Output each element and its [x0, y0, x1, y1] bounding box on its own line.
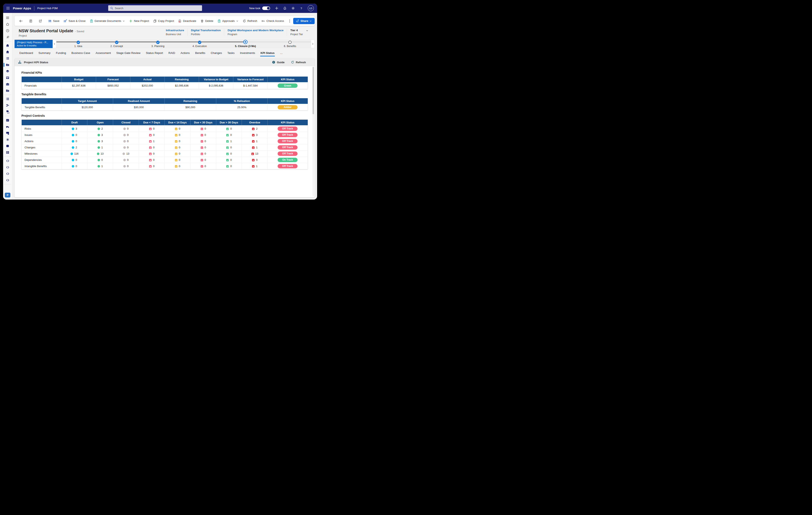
process-stage-1[interactable]: 1. Idea — [74, 40, 82, 48]
cell-value: 0 — [179, 127, 180, 130]
table-row[interactable]: Intangible Benefits01000001Off Track — [22, 163, 308, 169]
nav-sync-4[interactable] — [3, 177, 12, 183]
scrollbar[interactable] — [313, 67, 314, 196]
data-cell: 0 — [62, 132, 87, 138]
form-icon — [29, 19, 32, 23]
nav-portfolios[interactable] — [3, 55, 12, 62]
nav-area-overview[interactable] — [3, 49, 12, 55]
waffle-menu-icon[interactable] — [6, 7, 9, 10]
nav-recent[interactable] — [3, 27, 12, 34]
nav-resources[interactable] — [3, 124, 12, 130]
guide-button[interactable]: Guide — [272, 60, 285, 64]
cell-value: 0 — [76, 165, 77, 168]
tab-summary[interactable]: Summary — [36, 49, 53, 57]
tab-stage-gate-review[interactable]: Stage Gate Review — [114, 49, 143, 57]
nav-tasks[interactable] — [3, 96, 12, 102]
app-name[interactable]: Project Hub P3M — [37, 7, 58, 10]
tab-business-case[interactable]: Business Case — [69, 49, 93, 57]
share-button[interactable]: Share — [293, 18, 315, 24]
approvals-button[interactable]: Approvals — [215, 18, 240, 24]
process-stage-3[interactable]: 3. Planning — [151, 40, 165, 48]
help-icon[interactable]: ? — [300, 7, 303, 10]
form-selector-button[interactable] — [27, 18, 34, 24]
new-look-toggle[interactable] — [262, 6, 270, 10]
nav-sync-1[interactable] — [3, 158, 12, 164]
process-stage-5[interactable]: 5. Closure (3 Mo) — [235, 40, 256, 48]
process-stage-4[interactable]: 4. Execution — [193, 40, 207, 48]
notifications-icon[interactable] — [283, 7, 287, 10]
chevron-down-icon[interactable] — [306, 29, 308, 32]
tab-status-report[interactable]: Status Report — [143, 49, 166, 57]
search-input[interactable] — [115, 7, 200, 10]
more-commands-button[interactable] — [286, 18, 293, 24]
lookup-link[interactable]: Digital Transformation — [191, 29, 221, 32]
save-button[interactable]: Save — [46, 18, 62, 24]
data-cell: 1 — [139, 138, 165, 144]
nav-boards[interactable] — [3, 75, 12, 81]
popout-button[interactable] — [37, 18, 44, 24]
app-badge[interactable]: P — [5, 193, 10, 197]
nav-projects[interactable] — [3, 62, 12, 68]
process-collapse-button[interactable] — [53, 40, 56, 48]
avatar[interactable]: LD — [308, 5, 314, 11]
tab-actions[interactable]: Actions — [178, 49, 192, 57]
new-look-switch[interactable]: New look — [249, 6, 270, 10]
table-row[interactable]: Risks32000002Off Track — [22, 126, 308, 132]
tab-funding[interactable]: Funding — [53, 49, 69, 57]
nav-calendar[interactable] — [3, 117, 12, 124]
nav-sync-3[interactable] — [3, 170, 12, 177]
tab-benefits[interactable]: Benefits — [193, 49, 208, 57]
table-row[interactable]: Actions03010011Off Track — [22, 138, 308, 144]
tab-kpi-status[interactable]: KPI Status — [258, 49, 278, 57]
table-row[interactable]: Issues03000003Off Track — [22, 132, 308, 138]
tab-overflow[interactable]: … — [277, 49, 286, 57]
process-next-button[interactable] — [311, 40, 315, 48]
table-row[interactable]: Changes21000001Off Track — [22, 144, 308, 151]
table-row[interactable]: Financials$2,297,636$850,052$202,000$2,0… — [22, 82, 308, 89]
nav-sync-2[interactable] — [3, 164, 12, 170]
nav-schedule[interactable] — [3, 102, 12, 109]
nav-business-units[interactable] — [3, 81, 12, 87]
settings-icon[interactable] — [291, 6, 295, 10]
active-process-box[interactable]: (Project Hub) Process - P... Active for … — [14, 40, 53, 48]
tab-changes[interactable]: Changes — [208, 49, 225, 57]
tab-raid[interactable]: RAID — [166, 49, 178, 57]
table-row[interactable]: Tangible Benefits$120,000$30,000$90,0002… — [22, 104, 308, 110]
new-project-button[interactable]: New Project — [127, 18, 151, 24]
process-stage-6[interactable]: 6. Benefits — [284, 40, 296, 48]
lookup-link[interactable]: Infrastructure — [166, 29, 184, 32]
section-heading: Project Controls — [22, 114, 308, 117]
tab-assessment[interactable]: Assessment — [93, 49, 114, 57]
nav-pinned[interactable] — [3, 34, 12, 40]
nav-reports[interactable] — [3, 109, 12, 115]
refresh-button[interactable]: Refresh — [240, 18, 259, 24]
nav-menu-toggle[interactable] — [3, 15, 12, 21]
tab-investments[interactable]: Investments — [237, 49, 258, 57]
search-box[interactable] — [108, 5, 202, 11]
generate-documents-button[interactable]: Generate Documents — [88, 18, 127, 24]
scrollbar-thumb[interactable] — [313, 67, 314, 114]
table-row[interactable]: Milestones1161313000013Off Track — [22, 151, 308, 157]
nav-programs[interactable] — [3, 68, 12, 75]
quick-create-icon[interactable] — [275, 6, 279, 10]
nav-people[interactable] — [3, 130, 12, 136]
back-button[interactable] — [17, 18, 25, 24]
nav-shapes[interactable] — [3, 143, 12, 149]
tab-tasks[interactable]: Tasks — [225, 49, 237, 57]
check-access-button[interactable]: Check Access — [259, 18, 286, 24]
nav-home[interactable] — [3, 21, 12, 27]
tab-dashboard[interactable]: Dashboard — [17, 49, 36, 57]
nav-integrations[interactable] — [3, 136, 12, 143]
table-row[interactable]: Dependencies00000000On Track — [22, 157, 308, 163]
copy-project-button[interactable]: Copy Project — [151, 18, 176, 24]
nav-area-home[interactable] — [3, 42, 12, 49]
nav-documents[interactable] — [3, 87, 12, 94]
deactivate-button[interactable]: Deactivate — [176, 18, 198, 24]
panel-refresh-button[interactable]: Refresh — [291, 60, 306, 64]
lookup-link[interactable]: Digital Workspace and Modern Workplace — [228, 29, 283, 32]
process-stage-2[interactable]: 2. Concept — [110, 40, 123, 48]
nav-data[interactable] — [3, 149, 12, 156]
delete-button[interactable]: Delete — [198, 18, 215, 24]
save-close-button[interactable]: Save & Close — [62, 18, 88, 24]
personF-icon — [6, 131, 9, 135]
